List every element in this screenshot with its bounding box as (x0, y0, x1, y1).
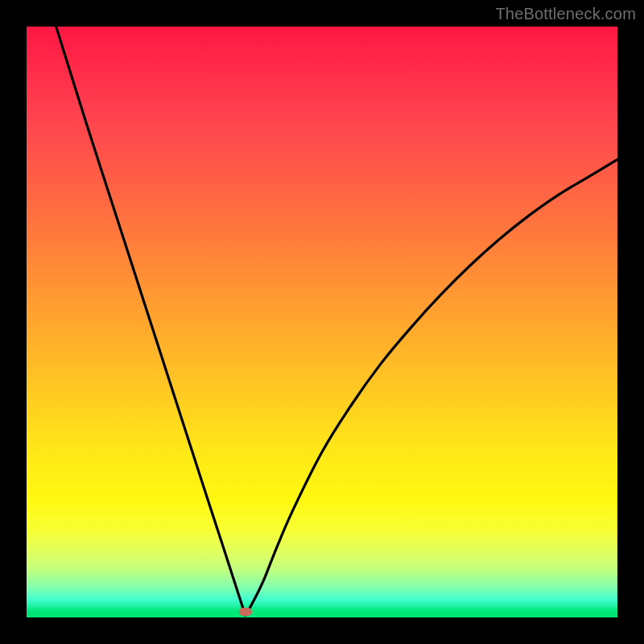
curve-right-branch (246, 159, 617, 615)
optimal-marker (239, 608, 252, 616)
bottleneck-curve (27, 27, 617, 617)
plot-area (27, 27, 617, 617)
watermark-text: TheBottleneck.com (495, 5, 636, 23)
curve-left-branch (56, 27, 246, 615)
chart-frame: TheBottleneck.com (0, 0, 644, 644)
